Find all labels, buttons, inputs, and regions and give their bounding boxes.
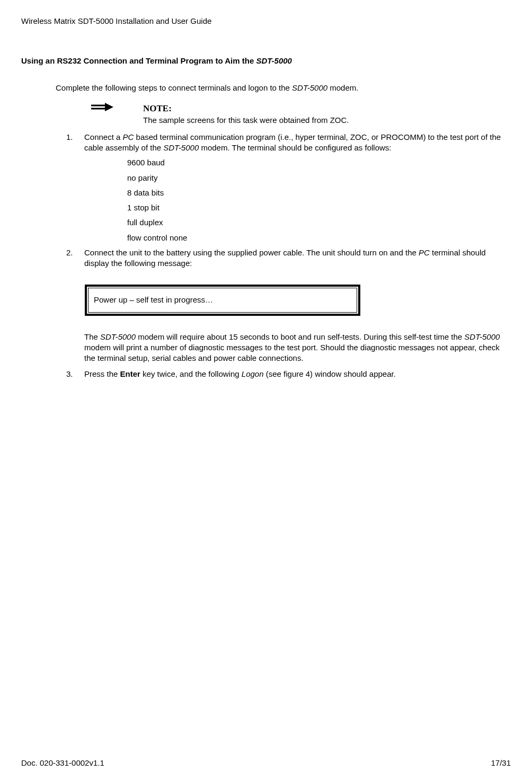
config-item: no parity bbox=[127, 173, 511, 183]
section-heading: Using an RS232 Connection and Terminal P… bbox=[21, 56, 511, 66]
config-item: flow control none bbox=[127, 233, 511, 243]
t: PC bbox=[123, 132, 134, 141]
note-arrow-cell bbox=[90, 103, 143, 114]
t: SDT-5000 bbox=[163, 143, 199, 152]
paragraph: The SDT-5000 modem will require about 15… bbox=[84, 332, 506, 364]
config-item: 9600 baud bbox=[127, 157, 511, 168]
step-2: 2. Connect the unit to the battery using… bbox=[66, 247, 511, 269]
note-label: NOTE: bbox=[143, 103, 172, 113]
svg-marker-2 bbox=[105, 103, 113, 111]
t: SDT-5000 bbox=[100, 332, 136, 341]
note-body: The sample screens for this task were ob… bbox=[143, 116, 349, 125]
t: modem will print a number of diagnostic … bbox=[84, 343, 500, 362]
running-header: Wireless Matrix SDT-5000 Installation an… bbox=[21, 16, 511, 26]
step-number: 1. bbox=[66, 132, 84, 154]
page-footer: Doc. 020-331-0002v1.1 17/31 bbox=[21, 758, 511, 768]
config-item: 1 stop bit bbox=[127, 202, 511, 213]
config-list: 9600 baud no parity 8 data bits 1 stop b… bbox=[127, 157, 511, 243]
t: Enter bbox=[120, 369, 140, 378]
doc-number: Doc. 020-331-0002v1.1 bbox=[21, 758, 104, 768]
t: modem will require about 15 seconds to b… bbox=[136, 332, 464, 341]
t: Logon bbox=[242, 369, 264, 378]
step-number: 3. bbox=[66, 369, 84, 379]
step-3: 3. Press the Enter key twice, and the fo… bbox=[66, 369, 511, 379]
t: key twice, and the following bbox=[140, 369, 242, 378]
t: Connect the unit to the battery using th… bbox=[84, 248, 419, 257]
page-number: 17/31 bbox=[491, 758, 511, 768]
intro-post: modem. bbox=[327, 83, 358, 92]
step-body: Connect the unit to the battery using th… bbox=[84, 247, 511, 269]
heading-product: SDT-5000 bbox=[256, 56, 292, 65]
step-1: 1. Connect a PC based terminal communica… bbox=[66, 132, 511, 154]
config-item: 8 data bits bbox=[127, 188, 511, 198]
t: modem. The terminal should be configured… bbox=[199, 143, 391, 152]
step-body: Connect a PC based terminal communicatio… bbox=[84, 132, 511, 154]
step-number: 2. bbox=[66, 247, 84, 269]
config-item: full duplex bbox=[127, 217, 511, 228]
t: Connect a bbox=[84, 132, 123, 141]
intro-paragraph: Complete the following steps to connect … bbox=[56, 83, 511, 93]
t: Press the bbox=[84, 369, 120, 378]
note-text: NOTE: The sample screens for this task w… bbox=[143, 103, 511, 126]
intro-pre: Complete the following steps to connect … bbox=[56, 83, 292, 92]
arrow-right-icon bbox=[90, 103, 113, 114]
note-block: NOTE: The sample screens for this task w… bbox=[90, 103, 511, 126]
intro-product: SDT-5000 bbox=[292, 83, 327, 92]
heading-text: Using an RS232 Connection and Terminal P… bbox=[21, 56, 256, 65]
terminal-text: Power up – self test in progress… bbox=[94, 295, 213, 304]
t: PC bbox=[419, 248, 430, 257]
terminal-box: Power up – self test in progress… bbox=[85, 285, 360, 315]
step-body: Press the Enter key twice, and the follo… bbox=[84, 369, 511, 379]
t: (see figure 4) window should appear. bbox=[264, 369, 396, 378]
t: The bbox=[84, 332, 100, 341]
terminal-box-inner: Power up – self test in progress… bbox=[88, 288, 357, 312]
t: SDT-5000 bbox=[464, 332, 500, 341]
